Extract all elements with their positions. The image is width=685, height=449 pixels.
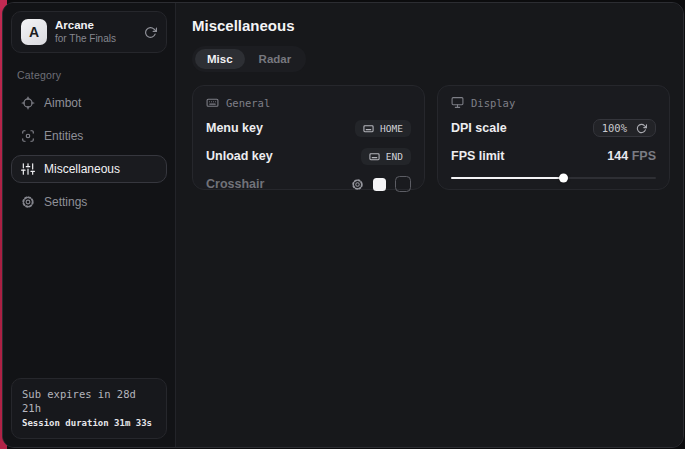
sidebar-item-miscellaneous[interactable]: Miscellaneous: [11, 155, 167, 183]
menu-key-label: Menu key: [206, 121, 263, 135]
crosshair-color-swatch[interactable]: [373, 178, 386, 191]
crosshair-controls: [351, 176, 411, 192]
tab-radar[interactable]: Radar: [247, 49, 304, 69]
refresh-icon[interactable]: [636, 123, 647, 134]
fps-unit: FPS: [632, 149, 656, 163]
menu-key-value: HOME: [380, 123, 403, 134]
fps-limit-value: 144 FPS: [607, 149, 656, 163]
sidebar-item-label: Entities: [44, 129, 83, 143]
unload-key-row: Unload key END: [206, 147, 411, 165]
sidebar-item-settings[interactable]: Settings: [11, 188, 167, 216]
dpi-scale-control[interactable]: 100%: [593, 119, 656, 137]
crosshair-icon: [21, 96, 35, 110]
brand-card: A Arcane for The Finals: [11, 11, 167, 53]
display-card: Display DPI scale 100% FPS limit: [437, 85, 670, 190]
app-logo: A: [21, 19, 47, 45]
slider-fill: [451, 177, 564, 179]
key-icon: [369, 151, 380, 162]
fps-number: 144: [607, 149, 628, 163]
unload-key-label: Unload key: [206, 149, 273, 163]
unload-key-value: END: [386, 151, 403, 162]
dpi-scale-row: DPI scale 100%: [451, 119, 656, 137]
app-subtitle: for The Finals: [55, 33, 136, 45]
crosshair-enable-checkbox[interactable]: [395, 176, 411, 192]
keyboard-icon: [206, 96, 219, 109]
sidebar: A Arcane for The Finals Category Aimbot: [3, 3, 176, 447]
fps-limit-row: FPS limit 144 FPS: [451, 147, 656, 165]
sidebar-item-entities[interactable]: Entities: [11, 122, 167, 150]
unload-key-binding[interactable]: END: [361, 148, 411, 165]
crosshair-settings-gear-icon[interactable]: [351, 178, 364, 191]
sidebar-item-label: Aimbot: [44, 96, 81, 110]
brand-text: Arcane for The Finals: [55, 19, 136, 45]
sidebar-item-aimbot[interactable]: Aimbot: [11, 89, 167, 117]
cards-row: General Menu key HOME Unload key: [192, 85, 670, 190]
general-card-header: General: [206, 96, 411, 109]
main-content: Miscellaneous Misc Radar General Menu ke…: [176, 3, 684, 447]
dpi-scale-value: 100%: [602, 122, 627, 134]
gear-icon: [21, 195, 35, 209]
page-title: Miscellaneous: [192, 17, 670, 34]
sliders-icon: [21, 162, 35, 176]
slider-thumb[interactable]: [559, 174, 568, 183]
display-card-header: Display: [451, 96, 656, 109]
sub-expiry-text: Sub expires in 28d 21h: [22, 387, 156, 415]
session-duration-text: Session duration 31m 33s: [22, 417, 156, 430]
display-card-title: Display: [471, 97, 515, 109]
app-window: A Arcane for The Finals Category Aimbot: [2, 2, 684, 448]
tab-bar: Misc Radar: [192, 46, 306, 72]
general-card-title: General: [226, 97, 270, 109]
menu-key-binding[interactable]: HOME: [355, 120, 411, 137]
scan-icon: [21, 129, 35, 143]
subscription-status-card: Sub expires in 28d 21h Session duration …: [11, 378, 167, 439]
crosshair-row: Crosshair: [206, 175, 411, 193]
menu-key-row: Menu key HOME: [206, 119, 411, 137]
crosshair-label: Crosshair: [206, 177, 264, 191]
general-card: General Menu key HOME Unload key: [192, 85, 425, 190]
sidebar-item-label: Miscellaneous: [44, 162, 120, 176]
sync-icon[interactable]: [144, 26, 157, 39]
sidebar-item-label: Settings: [44, 195, 87, 209]
sidebar-nav: Aimbot Entities Miscellaneous: [11, 89, 167, 216]
app-name: Arcane: [55, 19, 136, 32]
category-label: Category: [17, 69, 161, 81]
tab-misc[interactable]: Misc: [195, 49, 245, 69]
monitor-icon: [451, 96, 464, 109]
fps-limit-label: FPS limit: [451, 149, 504, 163]
fps-limit-slider[interactable]: [451, 177, 656, 179]
dpi-scale-label: DPI scale: [451, 121, 507, 135]
key-icon: [363, 123, 374, 134]
